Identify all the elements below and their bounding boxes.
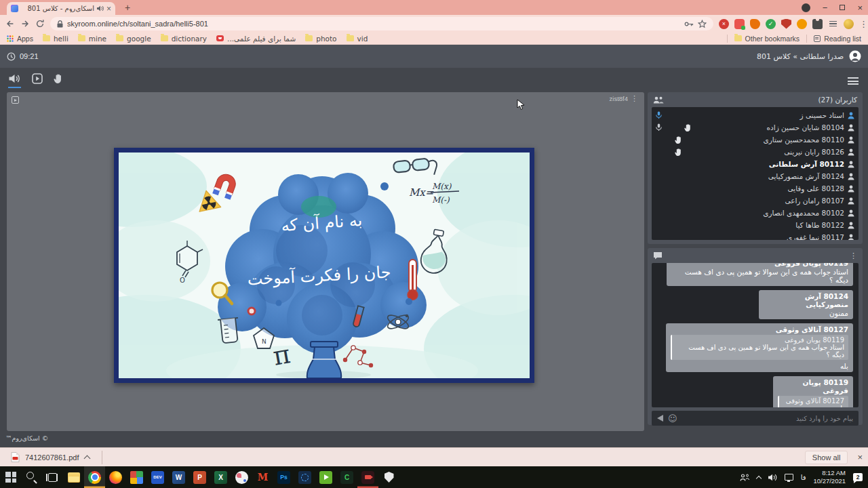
photoshop[interactable]: Ps (273, 466, 294, 488)
bookmark-item[interactable]: photo (305, 35, 336, 43)
bookmark-label: helli (54, 35, 68, 43)
extension-icon-shield[interactable] (781, 19, 791, 29)
start[interactable] (0, 466, 21, 488)
defender[interactable] (378, 466, 399, 488)
store[interactable] (126, 466, 147, 488)
window-minimize-button[interactable]: − (823, 3, 828, 12)
send-icon[interactable] (657, 415, 663, 422)
media[interactable] (231, 466, 252, 488)
account-menu[interactable]: صدرا سلطانی » کلاس 801 (757, 50, 861, 62)
board-file-tab[interactable]: zist8f4 (610, 95, 628, 102)
browser-tab[interactable]: اسکای‌روم - کلاس 801 × (7, 2, 115, 15)
speaker-tool-button[interactable] (8, 73, 21, 88)
download-caret-icon[interactable] (83, 455, 90, 462)
user-list-item[interactable]: 80122 طاها کیا (656, 219, 854, 231)
dev[interactable]: DEV (147, 466, 168, 488)
reading-list[interactable]: Reading list (814, 35, 861, 43)
extension-icon-orange[interactable] (797, 19, 807, 29)
other-bookmarks[interactable]: Other bookmarks (734, 35, 800, 43)
extension-icon-block[interactable]: × (719, 19, 729, 29)
forward-icon[interactable] (20, 19, 30, 28)
message-text: بله (671, 362, 848, 370)
tab-audio-icon[interactable] (97, 5, 104, 12)
extensions-puzzle-icon[interactable] (812, 19, 823, 29)
user-list-item[interactable]: 80110 محمدحسین ستاری (656, 134, 854, 146)
user-name: 80117 نیما غفوری (787, 233, 844, 240)
window-close-button[interactable]: × (857, 3, 863, 12)
network-tray-icon[interactable] (785, 474, 793, 481)
media-play-button[interactable] (32, 73, 43, 87)
user-list-item[interactable]: 80107 رامان راعی (656, 195, 854, 207)
search[interactable] (21, 466, 42, 488)
bookmark-item[interactable]: dictionary (161, 35, 207, 43)
recorder[interactable] (357, 466, 378, 488)
excel[interactable]: X (210, 466, 231, 488)
apps-shortcut[interactable]: Apps (7, 35, 33, 43)
bookmark-item[interactable]: شما برای فیلم علمی... (216, 35, 296, 43)
chat-menu-icon[interactable]: ⋮ (850, 251, 857, 260)
extension-icon-check[interactable]: ✓ (766, 19, 776, 29)
tray-clock[interactable]: 8:12 AM 10/27/2021 (813, 469, 846, 485)
emoji-icon[interactable]: ☺ (668, 414, 677, 423)
window-maximize-button[interactable] (840, 5, 845, 10)
volume-tray-icon[interactable] (768, 474, 777, 481)
extension-icon-fox[interactable] (750, 19, 760, 29)
raise-hand-button[interactable] (54, 73, 64, 87)
browser-menu-icon[interactable]: ⋮ (859, 20, 868, 28)
extension-icon-lock[interactable] (734, 19, 745, 29)
new-tab-button[interactable]: + (122, 2, 133, 13)
window-profile-avatar[interactable] (802, 3, 810, 12)
bookmark-item[interactable]: google (116, 35, 151, 43)
user-name: استاد حسینی ز (800, 111, 844, 119)
sidebar-menu-icon[interactable] (848, 77, 859, 85)
chat-panel: ⋮ 80119 پویان فروغی استاد جواب همه ی این… (648, 248, 863, 425)
bookmark-item[interactable]: helli (43, 35, 68, 43)
file-explorer[interactable] (63, 466, 84, 488)
user-list-item[interactable]: 80117 نیما غفوری (656, 231, 854, 240)
address-bar[interactable]: skyroom.online/ch/soltani_sadra/helli5-8… (50, 17, 713, 30)
task-view[interactable] (42, 466, 63, 488)
user-list-item[interactable]: استاد حسینی ز (656, 109, 854, 121)
whiteboard[interactable]: zist8f4 ⋮ (7, 92, 644, 431)
bookmark-star-icon[interactable] (698, 20, 707, 28)
user-list-item[interactable]: 80112 آرش سلطانی (656, 158, 854, 170)
browser-profile-avatar[interactable] (844, 19, 854, 29)
chat-input[interactable] (682, 415, 853, 422)
bookmark-item[interactable]: mine (78, 35, 106, 43)
chat-message-list[interactable]: 80119 پویان فروغی استاد جواب همه ی این س… (652, 263, 859, 407)
notification-center-icon[interactable]: 2 (853, 473, 863, 481)
download-bar-close-icon[interactable]: × (857, 453, 863, 462)
word[interactable]: W (168, 466, 189, 488)
password-key-icon[interactable] (684, 21, 694, 27)
user-list-item[interactable]: 80102 محمدمهدی انصاری (656, 207, 854, 219)
bookmark-item[interactable]: vid (347, 35, 368, 43)
capture[interactable] (294, 466, 315, 488)
extension-icon-list[interactable] (828, 19, 838, 29)
reload-icon[interactable] (35, 19, 45, 28)
chat-message: 80119 پویان فروغی 80127 آتالای وثوقی بله… (770, 376, 853, 407)
board-menu-icon[interactable]: ⋮ (631, 94, 638, 103)
people-tray-icon[interactable] (740, 474, 749, 481)
chrome[interactable] (84, 466, 105, 488)
board-collapse-icon[interactable] (12, 96, 19, 104)
tray-overflow-icon[interactable] (755, 475, 761, 481)
firefox[interactable] (105, 466, 126, 488)
user-list-item[interactable]: 80124 آرش منصورکیایی (656, 170, 854, 182)
tab-close-icon[interactable]: × (106, 5, 111, 13)
download-item[interactable]: 7412607861.pdf (5, 450, 95, 465)
user-list-item[interactable]: 80104 شایان حسین زاده (656, 121, 854, 134)
user-list-item[interactable]: 80128 علی وفایی (656, 182, 854, 195)
user-name: 80102 محمدمهدی انصاری (763, 209, 844, 217)
show-all-button[interactable]: Show all (805, 451, 848, 464)
divider (806, 35, 807, 43)
powerpoint[interactable]: P (189, 466, 210, 488)
player[interactable] (315, 466, 336, 488)
language-indicator[interactable]: فا (801, 474, 806, 481)
user-list[interactable]: استاد حسینی ز 80104 (652, 107, 859, 240)
lock-icon[interactable] (57, 20, 63, 28)
chat-message: 80124 آرش منصورکیایی ممنون (755, 290, 853, 319)
back-icon[interactable] (5, 19, 15, 28)
m-app[interactable]: M (252, 466, 273, 488)
user-list-item[interactable]: 80126 رایان نیرینی (656, 146, 854, 158)
camtasia[interactable]: C (336, 466, 357, 488)
